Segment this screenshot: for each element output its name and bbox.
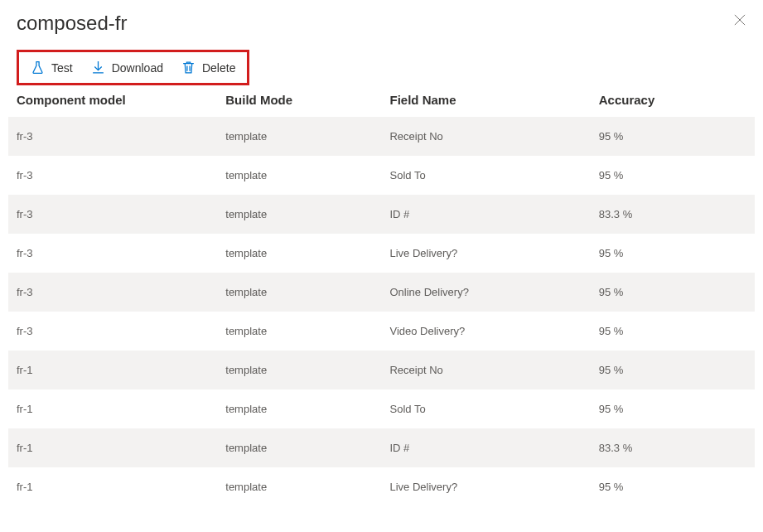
table-header-row: Component model Build Mode Field Name Ac…: [8, 83, 755, 117]
cell-accuracy: 95 %: [591, 467, 755, 506]
delete-label: Delete: [202, 61, 235, 75]
cell-component-model: fr-1: [8, 467, 217, 506]
col-accuracy[interactable]: Accuracy: [591, 83, 755, 117]
cell-field-name: Video Delivery?: [381, 312, 590, 351]
table-row[interactable]: fr-3templateVideo Delivery?95 %: [8, 312, 755, 351]
close-button[interactable]: [730, 12, 750, 31]
table-row[interactable]: fr-1templateID #83.3 %: [8, 428, 755, 467]
close-icon: [734, 14, 746, 29]
col-build-mode[interactable]: Build Mode: [217, 83, 381, 117]
cell-build-mode: template: [217, 467, 381, 506]
cell-field-name: Live Delivery?: [381, 234, 590, 273]
col-field-name[interactable]: Field Name: [381, 83, 590, 117]
cell-component-model: fr-1: [8, 428, 217, 467]
table-row[interactable]: fr-3templateOnline Delivery?95 %: [8, 273, 755, 312]
table-row[interactable]: fr-3templateID #83.3 %: [8, 195, 755, 234]
trash-icon: [181, 60, 196, 75]
cell-field-name: Receipt No: [381, 117, 590, 156]
cell-component-model: fr-1: [8, 389, 217, 428]
cell-accuracy: 95 %: [591, 156, 755, 195]
cell-field-name: Sold To: [381, 389, 590, 428]
cell-field-name: Online Delivery?: [381, 273, 590, 312]
cell-component-model: fr-3: [8, 234, 217, 273]
cell-field-name: ID #: [381, 195, 590, 234]
cell-field-name: Live Delivery?: [381, 467, 590, 506]
cell-build-mode: template: [217, 389, 381, 428]
cell-field-name: Sold To: [381, 156, 590, 195]
cell-build-mode: template: [217, 156, 381, 195]
cell-accuracy: 95 %: [591, 351, 755, 389]
table-row[interactable]: fr-1templateReceipt No95 %: [8, 351, 755, 389]
cell-build-mode: template: [217, 312, 381, 351]
table-row[interactable]: fr-1templateLive Delivery?95 %: [8, 467, 755, 506]
download-button[interactable]: Download: [91, 60, 163, 75]
cell-accuracy: 95 %: [591, 117, 755, 156]
cell-accuracy: 83.3 %: [591, 195, 755, 234]
table-row[interactable]: fr-3templateLive Delivery?95 %: [8, 234, 755, 273]
cell-accuracy: 95 %: [591, 273, 755, 312]
cell-component-model: fr-3: [8, 312, 217, 351]
page-title: composed-fr: [17, 12, 127, 35]
download-icon: [91, 60, 105, 75]
flask-icon: [31, 60, 45, 75]
table-row[interactable]: fr-3templateReceipt No95 %: [8, 117, 755, 156]
cell-accuracy: 83.3 %: [591, 428, 755, 467]
cell-component-model: fr-1: [8, 351, 217, 389]
test-button[interactable]: Test: [31, 60, 73, 75]
cell-accuracy: 95 %: [591, 312, 755, 351]
cell-build-mode: template: [217, 234, 381, 273]
table-row[interactable]: fr-3templateSold To95 %: [8, 156, 755, 195]
cell-build-mode: template: [217, 273, 381, 312]
cell-component-model: fr-3: [8, 156, 217, 195]
cell-field-name: ID #: [381, 428, 590, 467]
cell-accuracy: 95 %: [591, 389, 755, 428]
component-table: Component model Build Mode Field Name Ac…: [8, 83, 755, 506]
cell-build-mode: template: [217, 117, 381, 156]
cell-build-mode: template: [217, 195, 381, 234]
cell-build-mode: template: [217, 351, 381, 389]
cell-field-name: Receipt No: [381, 351, 590, 389]
table-row[interactable]: fr-1templateSold To95 %: [8, 389, 755, 428]
cell-component-model: fr-3: [8, 117, 217, 156]
test-label: Test: [51, 61, 73, 75]
cell-component-model: fr-3: [8, 273, 217, 312]
col-component-model[interactable]: Component model: [8, 83, 217, 117]
toolbar: Test Download Delete: [17, 50, 249, 85]
table-scroll-viewport[interactable]: Component model Build Mode Field Name Ac…: [8, 83, 755, 524]
download-label: Download: [112, 61, 163, 75]
cell-accuracy: 95 %: [591, 234, 755, 273]
cell-component-model: fr-3: [8, 195, 217, 234]
delete-button[interactable]: Delete: [181, 60, 235, 75]
cell-build-mode: template: [217, 428, 381, 467]
